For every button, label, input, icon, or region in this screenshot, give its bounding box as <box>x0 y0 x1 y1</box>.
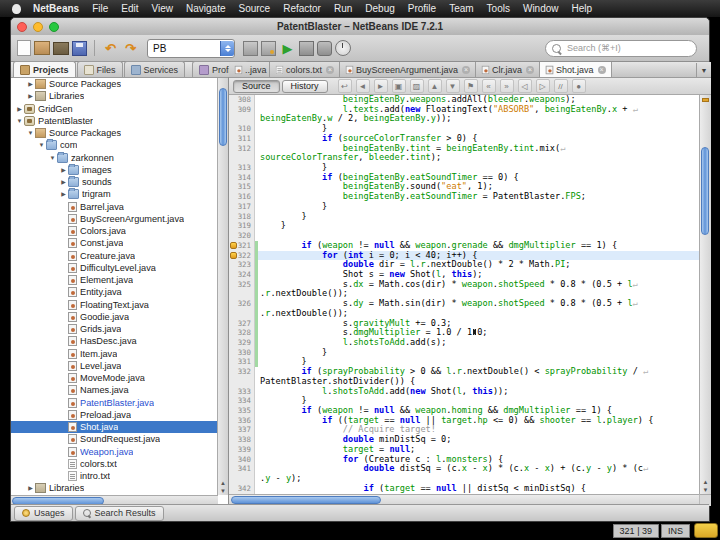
code-line-338[interactable]: double minDistSq = 0; <box>255 435 699 445</box>
code-line-324[interactable]: Shot s = new Shot(l, this); <box>255 270 699 280</box>
close-tab-icon[interactable]: × <box>526 66 534 74</box>
code-line-331[interactable]: } <box>255 357 699 367</box>
code-line-wrap[interactable]: .y - y); <box>255 474 699 484</box>
menu-item-navigate[interactable]: Navigate <box>186 3 225 14</box>
tree-item-trigram[interactable]: ▶trigram <box>11 188 218 200</box>
code-line-321[interactable]: if (weapon != null && weapon.grenade && … <box>255 241 699 251</box>
menu-item-view[interactable]: View <box>152 3 174 14</box>
tree-item-com[interactable]: ▼com <box>11 139 218 151</box>
code-line-wrap[interactable]: beingEatenBy.w / 2, beingEatenBy.y)); <box>255 114 699 124</box>
code-line-308[interactable]: beingEatenBy.weapons.addAll(bleeder.weap… <box>255 95 699 105</box>
editor-hint-icon[interactable] <box>230 252 237 259</box>
search-input[interactable] <box>565 42 690 54</box>
editor-vertical-scrollbar[interactable]: ▲▼ <box>699 95 711 494</box>
tree-item-colors-txt[interactable]: colors.txt <box>11 458 218 470</box>
tree-item-colors-java[interactable]: Colors.java <box>11 225 218 237</box>
tree-item-images[interactable]: ▶images <box>11 164 218 176</box>
tree-item-goodie-java[interactable]: Goodie.java <box>11 311 218 323</box>
left-tab-projects[interactable]: Projects <box>13 61 76 77</box>
tree-item-patentblaster[interactable]: ▼PatentBlaster <box>11 115 218 127</box>
tree-item-sounds[interactable]: ▶sounds <box>11 176 218 188</box>
tree-item-zarkonnen[interactable]: ▼zarkonnen <box>11 152 218 164</box>
tree-item-item-java[interactable]: Item.java <box>11 348 218 360</box>
menu-item-window[interactable]: Window <box>523 3 559 14</box>
tree-scrollbar-arrows-icon[interactable]: ▲▼ <box>218 479 228 495</box>
tree-item-buyscreenargument-java[interactable]: BuyScreenArgument.java <box>11 213 218 225</box>
tree-item-const-java[interactable]: Const.java <box>11 237 218 249</box>
menu-item-debug[interactable]: Debug <box>365 3 394 14</box>
expander-icon[interactable]: ▼ <box>15 115 24 127</box>
tree-item-shot-java[interactable]: Shot.java <box>11 421 218 433</box>
source-view-button[interactable]: Source <box>233 80 280 93</box>
menu-item-file[interactable]: File <box>92 3 108 14</box>
code-line-310[interactable]: } <box>255 124 699 134</box>
tree-item-patentblaster-java[interactable]: PatentBlaster.java <box>11 397 218 409</box>
code-line-314[interactable]: if (beingEatenBy.eatSoundTimer == 0) { <box>255 173 699 183</box>
code-line-329[interactable]: l.shotsToAdd.add(s); <box>255 338 699 348</box>
code-line-318[interactable]: } <box>255 212 699 222</box>
combo-stepper-icon[interactable] <box>220 41 234 56</box>
tree-item-movemode-java[interactable]: MoveMode.java <box>11 372 218 384</box>
shift-right-icon[interactable]: ▷ <box>536 79 550 93</box>
code-line-317[interactable]: } <box>255 202 699 212</box>
minimize-window-button[interactable] <box>33 22 43 32</box>
find-selection-icon[interactable]: ▣ <box>392 79 406 93</box>
code-line-315[interactable]: beingEatenBy.sound("eat", 1); <box>255 182 699 192</box>
tree-item-entity-java[interactable]: Entity.java <box>11 286 218 298</box>
tree-item-soundrequest-java[interactable]: SoundRequest.java <box>11 433 218 445</box>
expander-icon[interactable]: ▼ <box>48 152 57 164</box>
save-all-icon[interactable] <box>72 41 87 56</box>
undo-icon[interactable]: ↶ <box>102 40 119 57</box>
tree-item-source-packages[interactable]: ▶Source Packages <box>11 78 218 90</box>
code-line-325[interactable]: s.dx = Math.cos(dir) * weapon.shotSpeed … <box>255 280 699 290</box>
bottom-tab-search-results[interactable]: Search Results <box>75 506 164 521</box>
previous-bookmark-icon[interactable]: « <box>482 79 496 93</box>
memory-gauge-icon[interactable] <box>335 40 351 56</box>
code-line-333[interactable]: l.shotsToAdd.add(new Shot(l, this)); <box>255 387 699 397</box>
tree-item-barrel-java[interactable]: Barrel.java <box>11 201 218 213</box>
menu-item-edit[interactable]: Edit <box>121 3 138 14</box>
code-line-322[interactable]: for (int i = 0; i < 40; i++) { <box>255 251 699 261</box>
tree-vertical-scrollbar[interactable]: ▲▼ <box>217 78 228 495</box>
next-bookmark-icon[interactable]: » <box>500 79 514 93</box>
left-tab-services[interactable]: Services <box>124 61 186 77</box>
editor-tab-shot-java[interactable]: Shot.java× <box>540 62 612 77</box>
expander-icon[interactable]: ▶ <box>59 188 68 200</box>
expander-icon[interactable]: ▶ <box>26 78 35 90</box>
code-line-330[interactable]: } <box>255 348 699 358</box>
menu-item-netbeans[interactable]: NetBeans <box>33 3 79 14</box>
close-tab-icon[interactable]: × <box>462 66 470 74</box>
code-line-336[interactable]: if ((target == null || target.hp <= 0) &… <box>255 416 699 426</box>
tree-item-libraries[interactable]: ▶Libraries <box>11 482 218 494</box>
editor-scrollbar-thumb[interactable] <box>701 147 709 235</box>
tree-item-source-packages[interactable]: ▼Source Packages <box>11 127 218 139</box>
tree-item-names-java[interactable]: Names.java <box>11 384 218 396</box>
next-occurrence-icon[interactable]: ▼ <box>446 79 460 93</box>
error-stripe-mark[interactable] <box>702 98 709 102</box>
toggle-bookmark-icon[interactable]: ⚑ <box>464 79 478 93</box>
expander-icon[interactable]: ▶ <box>15 103 24 115</box>
tree-item-hasdesc-java[interactable]: HasDesc.java <box>11 335 218 347</box>
code-line-335[interactable]: if (weapon != null && weapon.homing && d… <box>255 406 699 416</box>
editor-hint-icon[interactable] <box>230 242 237 249</box>
last-edit-icon[interactable]: ↩ <box>338 79 352 93</box>
code-line-320[interactable] <box>255 231 699 241</box>
editor-tab--java[interactable]: ..java <box>229 62 270 77</box>
tree-item-preload-java[interactable]: Preload.java <box>11 409 218 421</box>
search-box[interactable] <box>545 40 697 57</box>
code-line-311[interactable]: if (sourceColorTransfer > 0) { <box>255 134 699 144</box>
menu-item-help[interactable]: Help <box>572 3 593 14</box>
shift-left-icon[interactable]: ◁ <box>518 79 532 93</box>
config-select[interactable]: PB <box>147 39 235 58</box>
menu-item-run[interactable]: Run <box>334 3 352 14</box>
menu-item-source[interactable]: Source <box>238 3 270 14</box>
tree-item-weapon-java[interactable]: Weapon.java <box>11 446 218 458</box>
macro-record-icon[interactable]: ● <box>572 79 586 93</box>
code-line-323[interactable]: double dir = l.r.nextDouble() * 2 * Math… <box>255 260 699 270</box>
tree-item-libraries[interactable]: ▶Libraries <box>11 90 218 102</box>
menu-item-profile[interactable]: Profile <box>408 3 436 14</box>
expander-icon[interactable]: ▼ <box>37 139 46 151</box>
code-line-wrap[interactable]: sourceColorTransfer, bleeder.tint); <box>255 153 699 163</box>
menu-item-refactor[interactable]: Refactor <box>283 3 321 14</box>
tree-item-grids-java[interactable]: Grids.java <box>11 323 218 335</box>
